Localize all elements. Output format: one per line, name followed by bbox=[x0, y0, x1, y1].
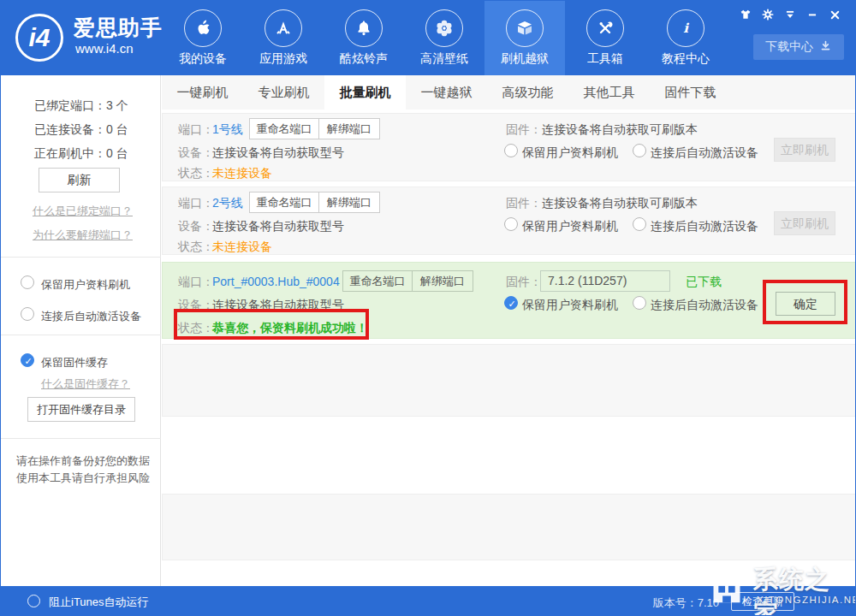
app-url: www.i4.cn bbox=[75, 41, 134, 56]
radio-auto-activate-label: 连接后自动激活设备 bbox=[651, 298, 758, 313]
tab-one-click-jailbreak[interactable]: 一键越狱 bbox=[406, 75, 487, 110]
status-label: 状态： bbox=[178, 166, 214, 181]
nav-item-flash-jailbreak[interactable]: 刷机越狱 bbox=[484, 0, 565, 75]
rename-port-button[interactable]: 重命名端口 bbox=[249, 192, 319, 213]
status-label: 状态： bbox=[178, 240, 214, 255]
nav-item-wallpapers[interactable]: 高清壁纸 bbox=[404, 0, 484, 75]
flash-now-button[interactable]: 立即刷机 bbox=[774, 138, 835, 162]
jailbreak-box-icon bbox=[506, 9, 544, 47]
radio-auto-activate[interactable] bbox=[633, 144, 646, 157]
download-center-button[interactable]: 下载中心 bbox=[753, 34, 844, 60]
skin-icon[interactable] bbox=[738, 7, 753, 22]
flash-now-button[interactable]: 立即刷机 bbox=[774, 211, 835, 235]
check-update-button[interactable]: 检查更新 bbox=[731, 592, 794, 611]
tab-firmware-download[interactable]: 固件下载 bbox=[650, 75, 731, 110]
device-label: 设备： bbox=[178, 298, 214, 313]
radio-keep-user-data[interactable] bbox=[504, 217, 518, 231]
stat-bound-ports: 已绑定端口：3 个 bbox=[34, 98, 128, 114]
firmware-downloaded-tag: 已下载 bbox=[686, 275, 722, 290]
nav-label: 应用游戏 bbox=[243, 51, 324, 67]
device-label: 设备： bbox=[178, 219, 214, 234]
rename-port-button[interactable]: 重命名端口 bbox=[249, 118, 319, 139]
radio-auto-activate-label: 连接后自动激活设备 bbox=[651, 145, 758, 161]
port-row-2: 端口： 2号线 重命名端口 解绑端口 固件： 连接设备将自动获取可刷版本 设备：… bbox=[162, 187, 856, 255]
tab-batch-flash[interactable]: 批量刷机 bbox=[324, 75, 406, 110]
unbind-port-button[interactable]: 解绑端口 bbox=[318, 118, 380, 139]
port-label: 端口： bbox=[178, 196, 214, 211]
nav-label: 工具箱 bbox=[565, 51, 645, 67]
sidebar-divider bbox=[0, 438, 161, 439]
nav-label: 刷机越狱 bbox=[484, 51, 565, 67]
radio-keep-user-data-label: 保留用户资料刷机 bbox=[41, 277, 130, 293]
nav-label: 教程中心 bbox=[645, 51, 726, 67]
nav-label: 我的设备 bbox=[163, 51, 243, 67]
app-logo: i4 爱思助手 www.i4.cn bbox=[14, 12, 168, 65]
radio-auto-activate[interactable] bbox=[633, 217, 646, 231]
bottom-bar: 阻止iTunes自动运行 版本号：7.10 检查更新 bbox=[0, 586, 856, 616]
nav-item-toolbox[interactable]: 工具箱 bbox=[565, 0, 645, 75]
firmware-label: 固件： bbox=[506, 122, 542, 138]
device-label: 设备： bbox=[178, 145, 214, 161]
i4-logo-icon: i4 bbox=[15, 14, 63, 62]
flash-tabs: 一键刷机 专业刷机 批量刷机 一键越狱 高级功能 其他工具 固件下载 bbox=[162, 75, 856, 110]
tab-one-click-flash[interactable]: 一键刷机 bbox=[162, 75, 243, 110]
refresh-button[interactable]: 刷新 bbox=[39, 168, 120, 192]
nav-label: 高清壁纸 bbox=[404, 51, 484, 67]
version-text: 版本号：7.10 bbox=[653, 595, 719, 611]
port-name: 1号线 bbox=[212, 122, 243, 138]
port-label: 端口： bbox=[178, 122, 214, 138]
unbind-port-button[interactable]: 解绑端口 bbox=[318, 192, 380, 213]
open-firmware-cache-button[interactable]: 打开固件缓存目录 bbox=[27, 397, 135, 422]
download-center-label: 下载中心 bbox=[765, 39, 813, 55]
firmware-value: 连接设备将自动获取可刷版本 bbox=[542, 196, 698, 211]
radio-auto-activate[interactable] bbox=[21, 307, 34, 321]
info-icon: i bbox=[667, 9, 704, 47]
firmware-value: 连接设备将自动获取可刷版本 bbox=[542, 122, 698, 138]
port-row-3: 端口： Port_#0003.Hub_#0004 重命名端口 解绑端口 固件： … bbox=[162, 262, 856, 339]
sidebar: 已绑定端口：3 个 已连接设备：0 台 正在刷机中：0 台 刷新 什么是已绑定端… bbox=[0, 75, 161, 586]
radio-keep-user-data-label: 保留用户资料刷机 bbox=[522, 145, 618, 161]
tools-icon bbox=[586, 9, 624, 47]
nav-item-my-devices[interactable]: 我的设备 bbox=[163, 0, 243, 75]
status-value: 恭喜您，保资料刷机成功啦！ bbox=[212, 321, 368, 336]
sidebar-divider bbox=[0, 335, 161, 335]
settings-gear-icon[interactable] bbox=[760, 7, 776, 22]
checkbox-block-itunes-label: 阻止iTunes自动运行 bbox=[49, 595, 149, 610]
firmware-version-box[interactable]: 7.1.2 (11D257) bbox=[540, 270, 670, 292]
tab-advanced[interactable]: 高级功能 bbox=[487, 75, 568, 110]
unbind-port-button[interactable]: 解绑端口 bbox=[412, 270, 473, 292]
checkbox-block-itunes[interactable] bbox=[27, 595, 40, 607]
empty-row-slot bbox=[162, 344, 856, 417]
firmware-label: 固件： bbox=[506, 275, 542, 290]
nav-item-apps-games[interactable]: 应用游戏 bbox=[243, 0, 324, 75]
link-what-is-bound-port[interactable]: 什么是已绑定端口？ bbox=[33, 204, 133, 219]
link-why-unbind-port[interactable]: 为什么要解绑端口？ bbox=[33, 228, 133, 243]
port-name: 2号线 bbox=[212, 196, 243, 211]
empty-row-slot bbox=[162, 494, 856, 560]
radio-keep-user-data[interactable] bbox=[504, 144, 518, 157]
status-label: 状态： bbox=[178, 321, 214, 336]
link-what-is-firmware-cache[interactable]: 什么是固件缓存？ bbox=[41, 376, 130, 392]
minimize-icon[interactable] bbox=[805, 7, 820, 22]
svg-text:i: i bbox=[683, 21, 689, 36]
backup-warning-line2: 使用本工具请自行承担风险 bbox=[12, 471, 154, 486]
tab-other-tools[interactable]: 其他工具 bbox=[568, 75, 650, 110]
radio-auto-activate[interactable] bbox=[633, 296, 646, 310]
status-value: 未连接设备 bbox=[212, 166, 272, 181]
radio-auto-activate-label: 连接后自动激活设备 bbox=[651, 219, 758, 234]
nav-item-ringtones[interactable]: 酷炫铃声 bbox=[324, 0, 404, 75]
radio-keep-user-data[interactable] bbox=[21, 275, 34, 289]
checkbox-keep-firmware-cache[interactable] bbox=[21, 353, 34, 367]
nav-item-tutorials[interactable]: i 教程中心 bbox=[645, 0, 726, 75]
device-value: 连接设备将自动获取型号 bbox=[212, 219, 344, 234]
tab-pro-flash[interactable]: 专业刷机 bbox=[243, 75, 324, 110]
checkbox-keep-firmware-cache-label: 保留固件缓存 bbox=[41, 355, 108, 370]
main-nav: 我的设备 应用游戏 酷炫铃声 高清壁纸 bbox=[163, 0, 726, 75]
confirm-button[interactable]: 确定 bbox=[776, 292, 835, 316]
collapse-menu-icon[interactable] bbox=[782, 7, 798, 22]
bell-icon bbox=[345, 9, 383, 47]
rename-port-button[interactable]: 重命名端口 bbox=[342, 270, 413, 292]
radio-keep-user-data[interactable] bbox=[504, 296, 518, 310]
close-icon[interactable] bbox=[827, 7, 842, 22]
header: i4 爱思助手 www.i4.cn 我的设备 应用游戏 酷炫铃 bbox=[0, 0, 856, 75]
